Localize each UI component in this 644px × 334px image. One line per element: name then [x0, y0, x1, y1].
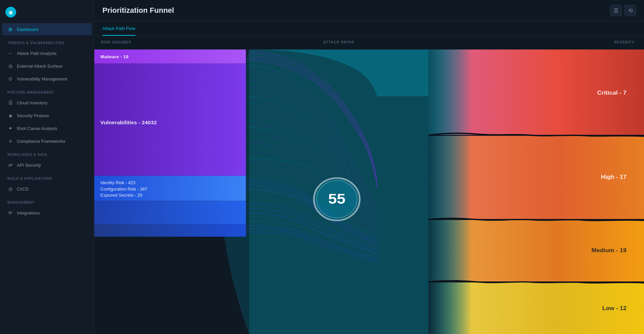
sidebar-item-label: Security Posture	[17, 113, 49, 118]
sidebar-item-api-security[interactable]: ⇄ API Security	[2, 159, 92, 171]
chart-area: Risk Engines Attack Paths Severity	[94, 36, 644, 334]
svg-rect-3	[94, 201, 246, 224]
sidebar-item-label: External Attack Surface	[17, 64, 62, 69]
sidebar-item-label: API Security	[17, 163, 41, 168]
sidebar-item-external-attack[interactable]: ◎ External Attack Surface	[2, 60, 92, 72]
section-build: Build & Applications	[0, 171, 94, 182]
sidebar-item-label: Integrations	[17, 210, 40, 215]
sidebar-item-label: Attack Path Analysis	[17, 51, 57, 56]
cloud-icon: ☰	[7, 100, 13, 106]
sidebar-item-security-posture[interactable]: ◈ Security Posture	[2, 109, 92, 122]
sidebar: ◉ ⊞ Dashboard Threats & Vulnerabilities …	[0, 0, 94, 334]
svg-text:55: 55	[328, 191, 345, 206]
share-icon: ⟲	[628, 7, 633, 14]
posture-icon: ◈	[7, 112, 13, 119]
svg-text:High - 17: High - 17	[601, 174, 626, 180]
tab-attack-path-flow[interactable]: Attack Path Flow	[102, 21, 135, 36]
col-header-severity: Severity	[428, 40, 644, 44]
dashboard-icon: ⊞	[7, 26, 13, 32]
integrations-icon: ⟳	[7, 210, 13, 216]
sidebar-item-label: Dashboard	[17, 27, 38, 32]
page-header: Prioritization Funnel ☰ ⟲	[94, 0, 644, 21]
sidebar-item-integrations[interactable]: ⟳ Integrations	[2, 207, 92, 219]
attack-path-icon: ←	[7, 50, 13, 56]
sidebar-item-attack-path[interactable]: ← Attack Path Analysis	[2, 47, 92, 59]
sidebar-item-compliance[interactable]: ≡ Compliance Frameworks	[2, 135, 92, 147]
sidebar-item-vuln-mgmt[interactable]: ⊙ Vulnerability Management	[2, 73, 92, 85]
sidebar-item-label: Vulnerability Management	[17, 76, 67, 81]
sidebar-item-label: Compliance Frameworks	[17, 139, 65, 144]
svg-text:Medium - 19: Medium - 19	[591, 247, 626, 254]
sidebar-item-root-cause[interactable]: ✦ Root Cause Analysis	[2, 122, 92, 134]
section-threats: Threats & Vulnerabilities	[0, 36, 94, 47]
sidebar-item-cloud-inventory[interactable]: ☰ Cloud Inventory	[2, 97, 92, 109]
root-cause-icon: ✦	[7, 125, 13, 131]
sidebar-item-cicd[interactable]: ◎ CI/CD	[2, 183, 92, 195]
sidebar-item-label: Cloud Inventory	[17, 100, 47, 105]
svg-text:Malware - 19: Malware - 19	[100, 54, 128, 59]
sidebar-item-dashboard[interactable]: ⊞ Dashboard	[2, 23, 92, 35]
compliance-icon: ≡	[7, 138, 13, 144]
svg-text:Vulnerabilities - 24032: Vulnerabilities - 24032	[100, 120, 157, 125]
menu-button[interactable]: ☰	[610, 5, 622, 16]
section-management: Management	[0, 195, 94, 206]
svg-text:Identity Risk - 423: Identity Risk - 423	[100, 181, 135, 185]
col-header-risk-engines: Risk Engines	[94, 40, 249, 44]
svg-text:Low - 12: Low - 12	[602, 305, 626, 311]
vuln-mgmt-icon: ⊙	[7, 76, 13, 82]
logo-area: ◉	[0, 3, 94, 23]
api-icon: ⇄	[7, 162, 13, 168]
header-actions: ☰ ⟲	[610, 5, 636, 16]
sidebar-item-label: CI/CD	[17, 187, 29, 192]
col-header-attack-paths: Attack Paths	[249, 40, 428, 44]
sidebar-item-label: Root Cause Analysis	[17, 126, 57, 131]
tab-bar: Attack Path Flow	[94, 21, 644, 36]
app-logo: ◉	[5, 7, 16, 18]
cicd-icon: ◎	[7, 186, 13, 192]
external-attack-icon: ◎	[7, 63, 13, 69]
page-title: Prioritization Funnel	[102, 6, 174, 15]
chart-column-headers: Risk Engines Attack Paths Severity	[94, 36, 644, 48]
svg-text:Exposed Secrets - 29: Exposed Secrets - 29	[100, 193, 142, 198]
svg-rect-4	[94, 224, 246, 237]
section-posture: Posture Management	[0, 85, 94, 96]
share-button[interactable]: ⟲	[624, 5, 636, 16]
sankey-svg: Malware - 19 Vulnerabilities - 24032 Ide…	[94, 49, 644, 334]
menu-icon: ☰	[614, 7, 618, 14]
svg-text:Critical - 7: Critical - 7	[597, 90, 626, 96]
main-content: Prioritization Funnel ☰ ⟲ Attack Path Fl…	[94, 0, 644, 334]
section-workloads: Workloads & Data	[0, 147, 94, 159]
svg-text:Configuration Risk - 387: Configuration Risk - 387	[100, 187, 147, 191]
